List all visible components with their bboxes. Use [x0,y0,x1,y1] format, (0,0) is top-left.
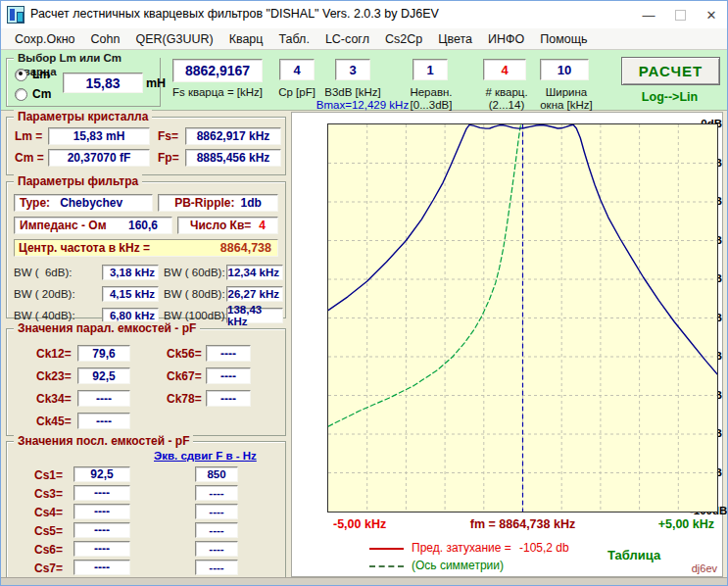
impedance-label: Импеданс - Ом [20,219,107,232]
bw6-label: BW ( 6dB): [14,267,72,278]
title-bar: Расчет лестничных кварцевых фильтров "DI… [1,1,727,29]
table-link[interactable]: Таблица [607,548,660,562]
radio-lm-circle[interactable] [15,69,27,81]
fs-result-field: 8862,917 kHz [185,127,281,145]
cs6-value: ---- [94,542,110,556]
ck12-label: Ck12= [36,347,72,361]
cs5-label: Cs5= [34,524,63,538]
span-label-1: Ширина [534,86,599,99]
pb-ripple-value: 1db [241,196,262,210]
bw40-value: 6,80 kHz [110,310,155,321]
ck56-field: ---- [206,345,251,362]
radio-cm[interactable]: Cm [15,87,51,101]
ck34-field: ---- [77,390,130,407]
lm-result-value: 15,83 mH [73,129,125,143]
signature: dj6ev [692,562,717,574]
ck45-value: ---- [96,415,112,428]
filter-params-group: Параметры фильтра Type: Chebychev PB-Rip… [6,181,286,318]
cp-value: 4 [293,63,300,77]
cs3-label: Cs3= [34,487,63,501]
crystal-params-group: Параметры кристалла Lm = 15,83 mH Fs= 88… [6,117,286,175]
window-title: Расчет лестничных кварцевых фильтров "DI… [30,7,439,21]
ripple-input[interactable]: 1 [413,59,448,80]
center-freq-row: Центр. частота в kHz = 8864,738 [14,239,278,257]
menu-help[interactable]: Помощь [532,30,595,48]
lm-value-input[interactable]: 15,83 [63,73,143,93]
bw80-value: 26,27 kHz [228,288,279,300]
menu-cohn[interactable]: Cohn [83,30,128,48]
span-label: Ширина окна [kHz] [534,86,599,112]
radio-cm-circle[interactable] [15,88,27,101]
legend-symmetry-label: (Ось симметрии) [412,559,504,572]
ck45-field: ---- [77,413,130,429]
cs4-field: ---- [73,504,130,519]
minimize-button[interactable]: — [633,1,664,28]
app-window: Расчет лестничных кварцевых фильтров "DI… [0,0,728,586]
ncrystal-label-2: (2...14) [479,99,534,112]
bw80-label: BW ( 80dB): [164,288,225,300]
menu-qer[interactable]: QER(G3UUR) [127,30,220,48]
cs6-shift: ---- [209,543,223,555]
span-input[interactable]: 10 [540,59,589,80]
cs1-value: 92,5 [90,467,113,481]
crystal-params-title: Параметры кристалла [14,110,152,123]
bw40-label: BW ( 40dB): [14,310,75,321]
menu-lc-match[interactable]: LC-согл [317,30,377,48]
cs1-field: 92,5 [73,466,130,482]
cs5-shift-field: ---- [195,522,238,538]
chart-panel: 0dB-10dB-20dB-30dB-40dB-50dB-60dB-70dB-8… [291,112,723,577]
menu-bar: Сохр.Окно Cohn QER(G3UUR) Кварц Табл. LC… [1,28,727,50]
bw100-label: BW (100dB): [164,310,228,321]
fp-result-value: 8885,456 kHz [197,151,270,165]
menu-table[interactable]: Табл. [270,30,316,48]
ripple-label-2: [0...3dB] [401,99,461,112]
ck23-value: 92,5 [92,369,115,383]
ck56-value: ---- [220,347,236,361]
fp-result-label: Fp= [158,151,179,165]
menu-cs2cp[interactable]: Cs2Cp [377,30,430,48]
ck45-label: Ck45= [36,415,72,428]
cs4-value: ---- [94,505,110,518]
menu-info[interactable]: ИНФО [480,30,532,48]
shift-header-link[interactable]: Экв. сдвиг F в - Hz [154,450,257,462]
close-button[interactable]: ✕ [696,1,727,28]
cs1-shift: 850 [207,468,225,480]
bottom-strip [1,577,727,586]
bw100-value: 138,43 kHz [227,304,279,327]
ck12-value: 79,6 [92,347,115,361]
menu-colors[interactable]: Цвета [430,30,480,48]
menu-save-window[interactable]: Сохр.Окно [7,30,83,48]
cs7-shift-field: ---- [195,560,238,575]
b3db-input[interactable]: 3 [335,59,370,80]
legend-symmetry-swatch [369,565,404,567]
bw20-label: BW ( 20dB): [14,288,75,300]
filter-type-label: Type: [20,196,50,210]
center-freq-value: 8864,738 [220,241,271,255]
impedance-field: Импеданс - Ом 160,6 [14,217,172,234]
cp-input[interactable]: 4 [279,59,315,80]
cs3-shift: ---- [209,487,223,499]
filter-type-value: Chebychev [60,196,122,210]
menu-quartz[interactable]: Кварц [221,30,271,48]
ncrystal-input[interactable]: 4 [483,59,526,80]
crystal-count-field: Число Кв= 4 [177,217,278,234]
fs-input[interactable]: 8862,9167 [172,59,263,82]
lm-cm-groupbox: Выбор Lm или Cm кварца Lm Cm 15,83 mH [6,58,161,107]
b3db-label: B3dB [kHz] [316,86,389,99]
loglin-toggle[interactable]: Log-->Lin [621,90,718,104]
lm-result-label: Lm = [15,129,42,143]
cs3-shift-field: ---- [195,485,238,501]
calc-button[interactable]: РАСЧЕТ [621,57,720,85]
app-icon-glyph2 [17,12,24,23]
ripple-label: Неравн. [0...3dB] [401,86,461,112]
app-icon [7,6,24,24]
filter-type-field: Type: Chebychev [14,194,153,212]
cs1-shift-field: 850 [195,466,238,482]
cs4-shift-field: ---- [195,504,238,519]
bw60-label: BW ( 60dB): [164,267,225,278]
ck12-field: 79,6 [77,345,130,362]
bw20-value: 4,15 kHz [110,288,155,300]
radio-lm[interactable]: Lm [15,68,50,81]
cs4-shift: ---- [209,506,223,517]
fs-value: 8862,9167 [185,63,250,78]
